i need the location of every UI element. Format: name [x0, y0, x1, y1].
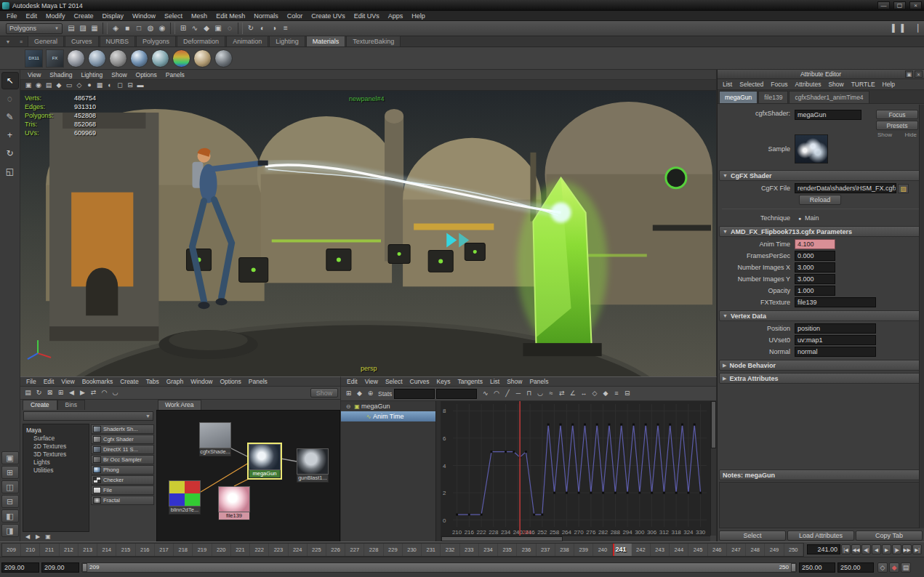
menu-item[interactable]: Create: [70, 11, 98, 21]
ipr-render-icon[interactable]: ◑: [268, 23, 280, 34]
shaded-icon[interactable]: ●: [84, 81, 95, 90]
timeline-frame-216[interactable]: 216: [136, 544, 155, 556]
graph-editor-menu-item[interactable]: Panels: [526, 377, 552, 387]
copy-tab-button[interactable]: Copy Tab: [856, 530, 923, 541]
material-create-button[interactable]: Fractal: [91, 496, 154, 505]
parameter-field[interactable]: 1.000: [795, 286, 835, 296]
menu-item[interactable]: Select: [160, 11, 187, 21]
use-background-icon[interactable]: [214, 49, 233, 68]
graph-editor-menu-item[interactable]: List: [486, 377, 503, 387]
show-channel-box-icon[interactable]: ▕: [909, 23, 921, 34]
anisotropic-material-icon[interactable]: [67, 49, 85, 68]
graph-editor-menu-item[interactable]: View: [361, 377, 382, 387]
current-time-field[interactable]: 241.00: [807, 544, 840, 554]
timeline-frame-226[interactable]: 226: [326, 544, 345, 556]
outliner-scrollbar[interactable]: [435, 401, 441, 541]
parameter-field[interactable]: 4.100: [795, 239, 835, 249]
single-pane-layout-button[interactable]: ▣: [1, 451, 19, 464]
ramp-shader-icon[interactable]: [172, 49, 190, 68]
select-camera-icon[interactable]: ▣: [23, 81, 33, 90]
timeline-frame-215[interactable]: 215: [116, 544, 135, 556]
parameter-field[interactable]: 0.000: [795, 251, 835, 261]
phong-material-icon[interactable]: [130, 49, 148, 68]
shelf-tab[interactable]: Curves: [65, 36, 99, 47]
focus-button[interactable]: Focus: [876, 110, 918, 119]
material-create-button[interactable]: File: [91, 485, 154, 495]
timeline-frame-221[interactable]: 221: [231, 544, 250, 556]
lasso-select-tool[interactable]: ◌: [1, 90, 19, 108]
timeline-frame-227[interactable]: 227: [345, 544, 364, 556]
paint-select-tool[interactable]: ✎: [1, 108, 19, 126]
show-tool-settings-icon[interactable]: ▌: [898, 23, 909, 34]
linear-tangents-icon[interactable]: ╱: [502, 388, 513, 399]
graph-both-icon[interactable]: ⇄: [88, 387, 99, 398]
hypershade-menu-item[interactable]: Create: [116, 377, 142, 387]
shelf-tab[interactable]: General: [28, 36, 64, 47]
menu-item[interactable]: Create UVs: [307, 11, 350, 21]
move-tool[interactable]: +: [1, 126, 19, 144]
menu-item[interactable]: Window: [128, 11, 160, 21]
expander-icon[interactable]: ⊖: [344, 403, 353, 410]
timeline-frame-236[interactable]: 236: [517, 544, 536, 556]
hypershade-menu-item[interactable]: View: [57, 377, 78, 387]
section-cgfx-parameters[interactable]: ▼ AMD_FX_Flipbook713.cgfx Parameters: [719, 226, 923, 237]
viewport-menu-item[interactable]: Options: [132, 70, 161, 80]
browse-file-icon[interactable]: ▨: [898, 184, 909, 193]
timeline-frame-230[interactable]: 230: [403, 544, 422, 556]
collapsed-section-bar[interactable]: ▶ Node Behavior: [719, 360, 923, 371]
menu-item[interactable]: Help: [407, 11, 430, 21]
go-to-end-button[interactable]: ▶|: [912, 544, 922, 554]
bookmark-icon[interactable]: ◆: [54, 81, 64, 90]
material-create-button[interactable]: Checker: [91, 475, 154, 485]
hypershade-tab[interactable]: Bins: [57, 400, 86, 410]
hypershade-menu-item[interactable]: Tabs: [142, 377, 163, 387]
graph-editor-menu-item[interactable]: Edit: [343, 377, 361, 387]
break-tangents-icon[interactable]: ∠: [567, 388, 578, 399]
graph-editor-menu-item[interactable]: Tangents: [454, 377, 486, 387]
timeline-frame-238[interactable]: 238: [555, 544, 574, 556]
graph-upstream-icon[interactable]: ◀: [66, 387, 77, 398]
attribute-editor-tab[interactable]: file139: [758, 91, 788, 103]
create-filter-dropdown[interactable]: ▼: [23, 411, 153, 421]
cgfx-file-field[interactable]: renderData\shaders\HSM_FX.cgfx: [795, 183, 896, 193]
swatch-size-icon[interactable]: ▣: [44, 533, 52, 541]
camera-attributes-icon[interactable]: ▤: [44, 81, 54, 90]
close-panel-icon[interactable]: ×: [915, 70, 923, 78]
attribute-editor-menu-item[interactable]: Help: [879, 79, 899, 89]
select-hierarchy-icon[interactable]: ◈: [110, 23, 121, 34]
lock-camera-icon[interactable]: ◉: [33, 81, 44, 90]
viewport-menu-item[interactable]: Lighting: [76, 70, 107, 80]
graph-vertical-scrollbar[interactable]: [710, 401, 716, 536]
tree-item[interactable]: 2D Textures: [26, 443, 89, 451]
technique-radio-icon[interactable]: ●: [795, 216, 805, 221]
timeline-frame-222[interactable]: 222: [250, 544, 269, 556]
attribute-editor-menu-item[interactable]: TURTLE: [848, 79, 879, 89]
tree-root[interactable]: Maya: [26, 426, 89, 435]
stats-input[interactable]: [394, 389, 435, 399]
menu-item[interactable]: Color: [283, 11, 308, 21]
swap-buffer-icon[interactable]: ⇄: [556, 388, 567, 399]
flat-tangents-icon[interactable]: ─: [513, 388, 523, 399]
select-component-icon[interactable]: □: [133, 23, 145, 34]
make-live-icon[interactable]: ◌: [224, 23, 236, 34]
snap-to-plane-icon[interactable]: ▣: [212, 23, 224, 34]
attribute-editor-titlebar[interactable]: Attribute Editor ▣×: [718, 70, 924, 79]
node-graph-canvas[interactable]: cgfxShade... megaGun gunBlast1...: [156, 410, 340, 542]
graph-editor-menu-item[interactable]: Keys: [433, 377, 454, 387]
timeline-frame-224[interactable]: 224: [289, 544, 308, 556]
animation-start-field[interactable]: 209.00: [1, 562, 39, 573]
attribute-editor-tab[interactable]: cgfxShader1_animTime4: [789, 91, 869, 103]
textured-icon[interactable]: ▦: [95, 81, 105, 90]
hypershade-tab[interactable]: Create: [23, 400, 57, 410]
unify-tangents-icon[interactable]: ↔: [578, 388, 589, 399]
snap-to-curve-icon[interactable]: ∿: [189, 23, 201, 34]
isolate-select-icon[interactable]: ⊟: [125, 81, 135, 90]
clear-graph-icon[interactable]: ⊠: [44, 387, 55, 398]
select-button[interactable]: Select: [719, 530, 786, 541]
playback-end-field[interactable]: 250.00: [799, 562, 835, 573]
graph-editor-menu-item[interactable]: Curves: [406, 377, 433, 387]
forward-icon[interactable]: ▶: [33, 533, 42, 541]
step-tangents-icon[interactable]: ⊓: [523, 388, 534, 399]
node-gunblast[interactable]: gunBlast1...: [297, 448, 329, 483]
close-button[interactable]: ×: [909, 1, 922, 9]
